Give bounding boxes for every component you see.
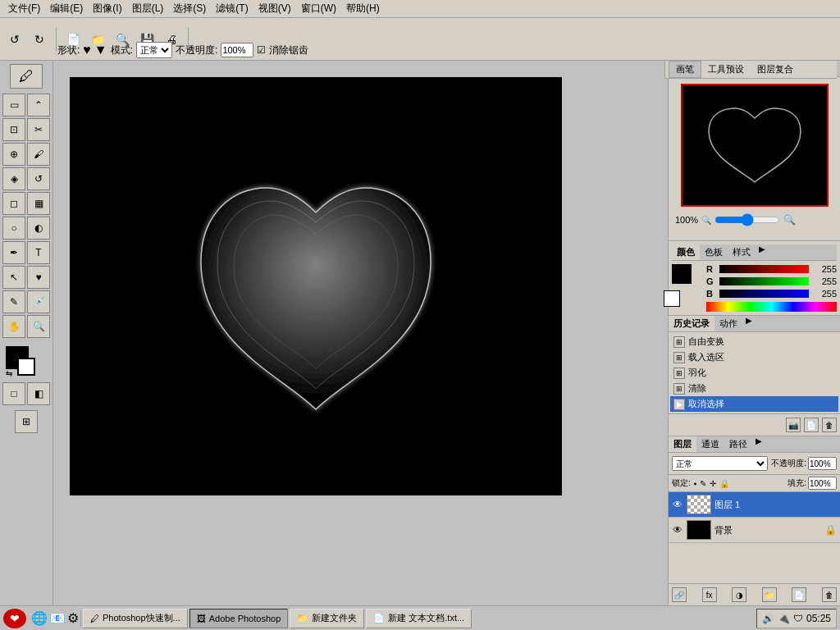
nav-zoom-in-icon[interactable]: 🔍 [783,214,796,226]
navigator-zoom-slider[interactable] [714,213,780,226]
history-btn-delete[interactable]: 🗑 [822,418,837,432]
lock-image-icon[interactable]: ✎ [700,479,706,488]
channel-r-bar[interactable] [719,265,809,273]
layer-item-background[interactable]: 👁 背景 🔒 [669,518,840,543]
toolbar-history-back[interactable]: ↺ [3,28,26,51]
tab-brush[interactable]: 画笔 [669,61,701,78]
history-item-load-selection[interactable]: ⊞ 载入选区 [670,349,838,365]
layer-item-1[interactable]: 👁 图层 1 [669,492,840,518]
tab-layer-comp[interactable]: 图层复合 [751,62,800,77]
tool-dodge[interactable]: ◐ [27,217,50,240]
toolbar-history-fwd[interactable]: ↻ [28,28,51,51]
antialias-checkbox[interactable]: ☑ [257,44,266,56]
channel-g-bar[interactable] [719,277,809,285]
tool-screen-mode[interactable]: ⊞ [15,410,38,433]
color-fg-square[interactable] [672,264,692,284]
systray-icon-2: 🔌 [778,613,790,624]
color-spectrum-bar[interactable] [706,302,837,312]
layers-blend-mode-select[interactable]: 正常 [672,456,768,471]
layer-btn-fx[interactable]: fx [702,587,717,602]
tool-row-4: ◈ ↺ [2,167,51,190]
menu-view[interactable]: 视图(V) [253,0,296,17]
layers-opacity-input[interactable] [808,457,837,470]
menu-file[interactable]: 文件(F) [3,0,45,17]
tool-pen[interactable]: ✒ [2,241,25,264]
lock-all-icon[interactable]: 🔒 [719,479,729,488]
history-btn-new-doc[interactable]: 📄 [804,418,819,432]
color-options-btn[interactable]: ▶ [756,244,769,260]
opacity-input[interactable] [221,43,253,57]
taskbar-btn-ps-main[interactable]: 🖼 Adobe Photoshop [189,609,288,628]
layer-btn-new[interactable]: 📄 [792,587,806,602]
layer-btn-link[interactable]: 🔗 [672,587,687,602]
tool-marquee-rect[interactable]: ▭ [2,94,25,116]
menu-window[interactable]: 窗口(W) [296,0,341,17]
history-options-btn[interactable]: ▶ [742,316,756,331]
history-btn-new-snapshot[interactable]: 📷 [786,418,801,432]
tab-layers[interactable]: 图层 [669,436,696,452]
taskbar-btn-ps-quick[interactable]: 🖊 Photoshop快速制... [83,609,188,628]
tool-spot-heal[interactable]: ⊕ [2,143,25,166]
tab-color[interactable]: 颜色 [672,244,700,260]
history-item-feather[interactable]: ⊞ 羽化 [670,365,838,381]
quicklaunch-icon-3[interactable]: ⚙ [67,610,79,626]
shape-dropdown-icon[interactable]: ▼ [94,43,107,57]
layer-bg-visibility-icon[interactable]: 👁 [672,524,683,536]
color-bg-square[interactable] [664,290,680,307]
tool-brush[interactable]: 🖌 [27,143,50,166]
tool-history-brush[interactable]: ↺ [27,167,50,190]
lock-transparent-icon[interactable]: ▪ [694,479,697,488]
layers-options-btn[interactable]: ▶ [752,436,765,452]
tool-blur[interactable]: ○ [2,217,25,240]
tab-styles[interactable]: 样式 [728,244,756,260]
tool-zoom[interactable]: 🔍 [27,315,50,338]
tool-std-mode[interactable]: □ [2,382,25,405]
tool-text[interactable]: T [27,241,50,264]
swap-colors-icon[interactable]: ⇆ [6,369,12,378]
layer-1-visibility-icon[interactable]: 👁 [672,499,683,510]
history-item-clear[interactable]: ⊞ 清除 [670,381,838,396]
tool-shape[interactable]: ♥ [27,266,50,289]
quicklaunch-icon-1[interactable]: 🌐 [31,610,48,626]
layer-btn-group[interactable]: 📁 [762,587,777,602]
tool-hand[interactable]: ✋ [2,315,25,338]
channel-b-bar[interactable] [719,290,809,298]
history-item-deselect[interactable]: ▶ 取消选择 [670,396,838,412]
history-item-free-transform[interactable]: ⊞ 自由变换 [670,334,838,349]
tool-clone[interactable]: ◈ [2,167,25,190]
menu-help[interactable]: 帮助(H) [341,0,385,17]
tool-notes[interactable]: ✎ [2,290,25,313]
menu-layer[interactable]: 图层(L) [127,0,169,17]
tool-quick-mask[interactable]: ◧ [27,382,50,405]
layers-fill-input[interactable] [808,477,837,490]
lock-position-icon[interactable]: ✛ [710,479,716,488]
tab-tool-presets[interactable]: 工具预设 [701,62,751,77]
tool-slice[interactable]: ✂ [27,118,50,141]
tab-swatches[interactable]: 色板 [700,244,728,260]
tool-eraser[interactable]: ◻ [2,192,25,215]
menu-select[interactable]: 选择(S) [168,0,211,17]
tab-actions[interactable]: 动作 [714,316,742,331]
mode-select[interactable]: 正常 [136,42,172,58]
bg-color-swatch[interactable] [17,358,35,376]
layer-btn-delete[interactable]: 🗑 [822,587,837,602]
tab-history[interactable]: 历史记录 [669,316,714,331]
tool-gradient[interactable]: ▦ [27,192,50,215]
shape-heart-icon[interactable]: ♥ [83,43,91,57]
tool-crop[interactable]: ⊡ [2,118,25,141]
quicklaunch-icon-2[interactable]: 📧 [49,610,66,626]
menu-image[interactable]: 图像(I) [88,0,126,17]
taskbar-btn-textfile[interactable]: 📄 新建 文本文档.txt... [366,609,472,628]
taskbar-start-btn[interactable]: ❤ [3,609,26,628]
nav-zoom-out-icon[interactable]: 🔍 [701,216,711,225]
taskbar-btn-folder[interactable]: 📁 新建文件夹 [290,609,364,628]
menu-edit[interactable]: 编辑(E) [45,0,88,17]
canvas-area[interactable] [53,61,668,605]
menu-filter[interactable]: 滤镜(T) [211,0,253,17]
tab-channels[interactable]: 通道 [696,436,724,452]
tool-path-select[interactable]: ↖ [2,266,25,289]
tool-eyedropper[interactable]: 💉 [27,290,50,313]
layer-btn-mask[interactable]: ◑ [732,587,746,602]
tab-paths[interactable]: 路径 [724,436,752,452]
tool-lasso[interactable]: ⌃ [27,94,50,116]
